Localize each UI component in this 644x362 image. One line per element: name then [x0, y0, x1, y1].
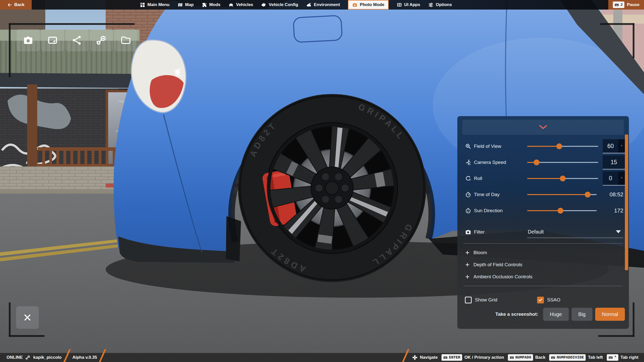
tab-environment[interactable]: Environment	[306, 0, 340, 10]
roll-icon	[465, 175, 471, 182]
effect-sections: Bloom Depth of Field Controls Ambient Oc…	[457, 247, 629, 283]
time-of-day-value: 08:52	[601, 191, 625, 198]
slider-label: Time of Day	[474, 192, 527, 197]
folder-icon	[120, 35, 131, 46]
degree-unit: °	[618, 171, 625, 185]
tab-map[interactable]: Map	[178, 0, 194, 10]
online-status: ONLINE	[7, 355, 23, 360]
hint-back: NUMPAD0 Back	[508, 354, 546, 361]
camera-icon	[352, 2, 357, 8]
ssao-option[interactable]: SSAO	[537, 297, 560, 303]
tab-mods[interactable]: Mods	[202, 0, 220, 10]
field-of-view-slider[interactable]	[527, 146, 598, 147]
sun-direction-slider[interactable]	[527, 210, 597, 211]
screenshot-huge-button[interactable]: Huge	[543, 308, 569, 321]
plus-icon	[465, 250, 470, 255]
hint-tab-left: NUMPADDIVIDE Tab left	[549, 354, 603, 361]
tab-vehicles[interactable]: Vehicles	[228, 0, 253, 10]
share-button[interactable]	[65, 29, 89, 51]
screenshot-normal-button[interactable]: Normal	[595, 308, 625, 321]
camera-icon	[23, 35, 34, 46]
screenshot-label: Take a screenshot:	[495, 311, 538, 317]
grid-star-icon	[140, 2, 145, 8]
slider-handle[interactable]	[558, 208, 564, 214]
time-of-day-slider[interactable]	[527, 194, 597, 195]
pause-label: Pause	[627, 2, 639, 7]
roll-value[interactable]: 0 °	[603, 171, 625, 186]
keyboard-icon	[443, 355, 448, 360]
slider-handle[interactable]	[560, 176, 566, 182]
panel-scrollbar[interactable]	[625, 134, 628, 270]
map-icon	[178, 2, 183, 8]
camera-speed-slider[interactable]	[527, 162, 598, 163]
engine-icon	[261, 2, 266, 8]
screenshot-region-button[interactable]	[41, 29, 64, 51]
back-button[interactable]: Back	[0, 0, 32, 10]
slider-label: Sun Direction	[474, 208, 527, 213]
keyboard-icon	[551, 355, 555, 360]
camera-speed-value[interactable]: 15	[603, 155, 625, 169]
bloom-expander[interactable]: Bloom	[457, 247, 629, 259]
sliders-icon	[428, 2, 433, 8]
viewfinder-bracket-top-right	[600, 23, 634, 25]
chevron-down-icon	[539, 125, 547, 130]
slider-handle[interactable]	[556, 144, 562, 149]
camera-sliders: Field of View 60 ° Camera Speed 15 Roll	[457, 138, 629, 219]
show-grid-checkbox[interactable]	[465, 297, 472, 303]
pause-button[interactable]: J Pause	[608, 0, 644, 10]
slider-handle[interactable]	[585, 192, 591, 198]
check-icon	[538, 298, 543, 302]
pause-key-badge: J	[613, 2, 624, 8]
slider-label: Field of View	[474, 144, 527, 149]
tab-ui-apps[interactable]: UI Apps	[397, 0, 420, 10]
take-photo-button[interactable]	[17, 29, 40, 51]
dropdown-caret-icon	[616, 230, 621, 233]
input-hints: Navigate ENTER OK / Primary action NUMPA…	[403, 353, 644, 362]
steam-icon	[25, 355, 30, 360]
back-label: Back	[14, 2, 25, 7]
check-icon	[466, 298, 471, 302]
steam-upload-button[interactable]	[90, 29, 113, 51]
viewfinder-bracket-bottom-right	[633, 302, 634, 337]
ssao-checkbox[interactable]	[537, 297, 544, 303]
filter-label: Filter	[474, 229, 527, 235]
tab-options[interactable]: Options	[428, 0, 452, 10]
sun-direction-value: 172	[601, 207, 625, 214]
bottom-status-bar: ONLINE kapik_piccolo Alpha v.0.35 Naviga…	[0, 353, 644, 362]
keyboard-icon	[615, 3, 619, 7]
tab-vehicle-config[interactable]: Vehicle Config	[261, 0, 298, 10]
camera-icon	[465, 229, 471, 235]
steam-icon	[96, 35, 107, 46]
username: kapik_piccolo	[33, 355, 61, 360]
clock-icon	[465, 191, 471, 198]
ambient-occlusion-expander[interactable]: Ambient Occlusion Controls	[457, 271, 629, 283]
show-grid-option[interactable]: Show Grid	[465, 297, 497, 303]
zoom-in-icon	[465, 143, 471, 150]
weather-icon	[306, 2, 311, 8]
screenshot-row: Take a screenshot: Huge Big Normal	[457, 308, 629, 321]
depth-of-field-expander[interactable]: Depth of Field Controls	[457, 259, 629, 271]
close-photo-mode-button[interactable]	[16, 306, 39, 329]
sun-direction-icon	[465, 207, 471, 214]
runner-icon	[465, 159, 471, 166]
panel-collapse-header[interactable]	[462, 120, 624, 135]
viewfinder-bracket-bottom-left	[9, 302, 11, 337]
filter-dropdown[interactable]: Default	[527, 226, 623, 238]
main-menu-tabs: Main Menu Map Mods Vehicles Vehicle Conf…	[140, 0, 452, 10]
tab-main-menu[interactable]: Main Menu	[140, 0, 170, 10]
field-of-view-value[interactable]: 60 °	[603, 139, 625, 153]
plus-icon	[465, 274, 470, 279]
checkbox-row: Show Grid SSAO	[457, 295, 629, 305]
screenshot-big-button[interactable]: Big	[572, 308, 592, 321]
hint-navigate: Navigate	[412, 355, 438, 360]
open-screenshots-folder-button[interactable]	[114, 29, 137, 51]
roll-slider[interactable]	[527, 178, 598, 179]
apps-icon	[397, 2, 402, 8]
puzzle-icon	[202, 2, 207, 8]
slider-handle[interactable]	[534, 160, 539, 165]
tab-photo-mode[interactable]: Photo Mode	[348, 0, 388, 10]
photo-toolbar	[17, 29, 137, 51]
hint-ok: ENTER OK / Primary action	[441, 354, 504, 361]
share-icon	[71, 35, 83, 46]
keyboard-icon	[609, 355, 613, 360]
